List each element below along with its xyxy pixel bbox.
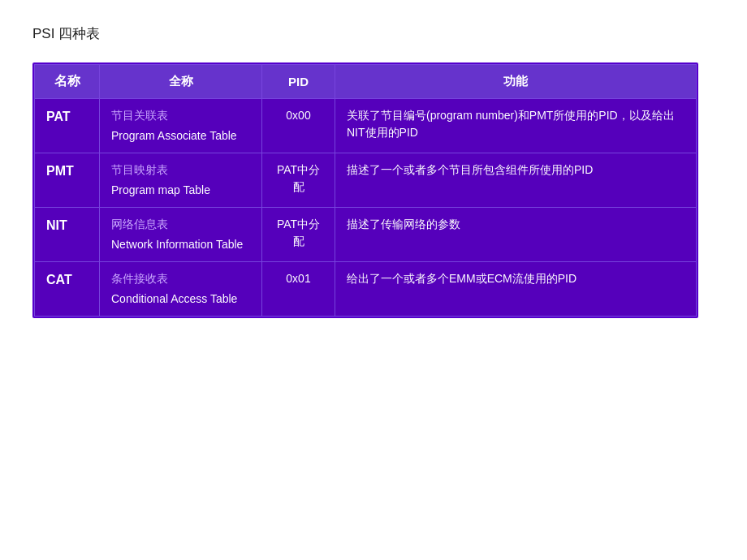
cell-name-pat: PAT (35, 99, 100, 153)
cell-full-zh: 节目映射表 (111, 162, 250, 179)
header-full: 全称 (100, 65, 262, 99)
cell-full-pat: 节目关联表Program Associate Table (100, 99, 262, 153)
cell-func-pat: 关联了节目编号(program number)和PMT所使用的PID，以及给出N… (335, 99, 697, 153)
cell-full-cat: 条件接收表Conditional Access Table (100, 262, 262, 317)
page-container: PSI 四种表 名称 全称 PID 功能 PAT节目关联表Program Ass… (0, 0, 747, 342)
table-row: NIT网络信息表Network Information TablePAT中分配描… (35, 208, 697, 262)
cell-full-zh: 网络信息表 (111, 216, 250, 233)
cell-pid-nit: PAT中分配 (262, 208, 335, 262)
header-func: 功能 (335, 65, 697, 99)
cell-name-pmt: PMT (35, 153, 100, 208)
cell-full-en: Network Information Table (111, 236, 250, 253)
page-title: PSI 四种表 (32, 24, 715, 43)
table-row: PMT节目映射表Program map TablePAT中分配描述了一个或者多个… (35, 153, 697, 208)
cell-full-en: Program map Table (111, 182, 250, 199)
table-header-row: 名称 全称 PID 功能 (35, 65, 697, 99)
cell-full-pmt: 节目映射表Program map Table (100, 153, 262, 208)
cell-full-zh: 条件接收表 (111, 270, 250, 287)
cell-full-en: Program Associate Table (111, 127, 250, 144)
header-name: 名称 (35, 65, 100, 99)
cell-full-en: Conditional Access Table (111, 291, 250, 308)
cell-func-cat: 给出了一个或者多个EMM或ECM流使用的PID (335, 262, 697, 317)
cell-name-nit: NIT (35, 208, 100, 262)
table-row: PAT节目关联表Program Associate Table0x00关联了节目… (35, 99, 697, 153)
table-wrapper: 名称 全称 PID 功能 PAT节目关联表Program Associate T… (32, 62, 698, 318)
cell-full-zh: 节目关联表 (111, 107, 250, 124)
cell-pid-pat: 0x00 (262, 99, 335, 153)
table-row: CAT条件接收表Conditional Access Table0x01给出了一… (35, 262, 697, 317)
cell-full-nit: 网络信息表Network Information Table (100, 208, 262, 262)
cell-func-nit: 描述了传输网络的参数 (335, 208, 697, 262)
cell-name-cat: CAT (35, 262, 100, 317)
header-pid: PID (262, 65, 335, 99)
psi-table: 名称 全称 PID 功能 PAT节目关联表Program Associate T… (34, 64, 697, 317)
cell-func-pmt: 描述了一个或者多个节目所包含组件所使用的PID (335, 153, 697, 208)
cell-pid-cat: 0x01 (262, 262, 335, 317)
cell-pid-pmt: PAT中分配 (262, 153, 335, 208)
